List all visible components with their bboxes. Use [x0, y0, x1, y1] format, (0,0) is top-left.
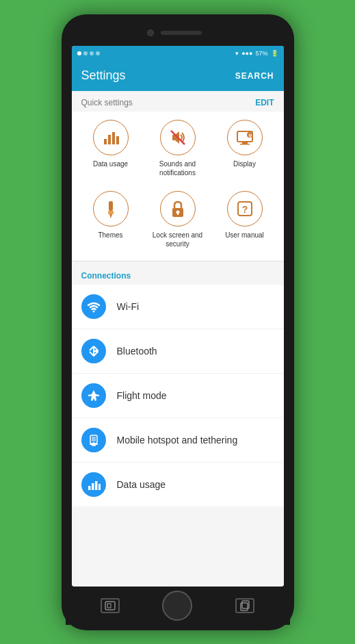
quick-settings-grid: Data usage Sounds andnotificati — [72, 112, 284, 261]
svg-rect-3 — [116, 136, 119, 144]
user-manual-icon-circle: ? — [227, 191, 263, 227]
svg-rect-2 — [112, 132, 115, 144]
svg-rect-28 — [107, 604, 111, 608]
wifi-icon-circle — [81, 294, 106, 319]
front-camera — [147, 29, 154, 36]
svg-rect-8 — [240, 144, 250, 145]
hotspot-label: Mobile hotspot and tethering — [117, 435, 238, 446]
svg-rect-11 — [109, 201, 113, 211]
edit-button[interactable]: EDIT — [255, 98, 274, 107]
dot4 — [96, 51, 100, 55]
themes-label: Themes — [98, 231, 122, 240]
data-usage-list-item[interactable]: Data usage — [72, 463, 284, 506]
data-usage-label: Data usage — [93, 159, 128, 168]
svg-rect-16 — [177, 212, 179, 215]
svg-rect-7 — [242, 142, 248, 144]
paint-brush-icon — [101, 199, 120, 218]
signal-bars: ●●● — [241, 50, 252, 57]
bluetooth-icon-circle — [81, 339, 106, 363]
wifi-icon — [87, 300, 101, 313]
lock-screen-label: Lock screen andsecurity — [153, 231, 202, 248]
display-icon-circle: ⚙ — [227, 120, 263, 155]
svg-rect-1 — [108, 135, 111, 144]
quick-settings-section: Quick settings EDIT — [72, 91, 284, 261]
svg-rect-21 — [92, 437, 96, 441]
quick-item-themes[interactable]: Themes — [79, 185, 143, 254]
data-usage-list-label: Data usage — [117, 479, 166, 490]
speaker-grill — [161, 31, 202, 35]
wifi-label: Wi-Fi — [117, 301, 140, 312]
home-button[interactable] — [162, 591, 192, 621]
status-icons: ▾ ●●● 57% 🔋 — [235, 50, 278, 57]
dot3 — [90, 51, 94, 55]
status-dots — [77, 51, 100, 55]
page-title: Settings — [81, 68, 126, 83]
quick-item-data-usage[interactable]: Data usage — [79, 114, 143, 183]
data-usage-list-icon — [87, 478, 101, 491]
recent-icon — [240, 600, 250, 611]
battery-percentage: 57% — [255, 50, 267, 57]
bluetooth-icon — [87, 344, 101, 358]
themes-icon-circle — [93, 191, 129, 227]
quick-item-display[interactable]: ⚙ Display — [213, 114, 277, 183]
display-label: Display — [233, 159, 256, 168]
back-icon — [105, 601, 116, 610]
svg-point-19 — [92, 310, 94, 312]
lock-screen-icon-circle — [160, 191, 196, 227]
battery-icon: 🔋 — [271, 50, 278, 57]
svg-rect-12 — [108, 211, 114, 214]
wifi-item[interactable]: Wi-Fi — [72, 285, 284, 329]
flight-mode-icon-circle — [81, 383, 106, 408]
svg-rect-27 — [105, 602, 115, 610]
sounds-label: Sounds andnotifications — [159, 159, 196, 177]
svg-rect-23 — [88, 486, 91, 490]
connections-section: Connections Wi-Fi — [72, 261, 284, 506]
header-bar: Settings SEARCH — [72, 61, 284, 91]
back-button[interactable] — [101, 598, 120, 613]
bluetooth-label: Bluetooth — [117, 346, 157, 357]
airplane-icon — [87, 389, 101, 402]
sounds-icon-circle — [160, 120, 196, 155]
flight-mode-label: Flight mode — [117, 390, 167, 401]
quick-settings-header: Quick settings EDIT — [72, 91, 284, 112]
phone-device: ▾ ●●● 57% 🔋 Settings SEARCH Quick settin… — [62, 14, 294, 630]
svg-marker-13 — [109, 214, 112, 218]
hotspot-item[interactable]: Mobile hotspot and tethering — [72, 418, 284, 463]
connections-list: Wi-Fi Bluetooth — [72, 285, 284, 506]
display-icon: ⚙ — [235, 128, 254, 147]
recent-button[interactable] — [235, 598, 254, 613]
flight-mode-item[interactable]: Flight mode — [72, 374, 284, 418]
quick-item-user-manual[interactable]: ? User manual — [213, 185, 277, 254]
hotspot-icon-circle — [81, 428, 106, 452]
search-button[interactable]: SEARCH — [235, 71, 274, 81]
dot1 — [77, 51, 81, 55]
data-usage-icon-circle — [93, 120, 129, 155]
status-bar: ▾ ●●● 57% 🔋 — [72, 46, 284, 61]
bar-chart-icon — [101, 128, 120, 147]
question-icon: ? — [235, 199, 254, 218]
quick-item-sounds[interactable]: Sounds andnotifications — [146, 114, 210, 183]
hotspot-icon — [87, 433, 101, 447]
svg-rect-0 — [104, 139, 107, 144]
phone-bottom-bar — [66, 587, 290, 625]
wifi-status-icon: ▾ — [235, 50, 239, 57]
svg-rect-24 — [92, 483, 94, 490]
lock-icon — [168, 199, 187, 218]
dot2 — [83, 51, 88, 55]
phone-screen: ▾ ●●● 57% 🔋 Settings SEARCH Quick settin… — [72, 46, 284, 587]
data-usage-list-icon-circle — [81, 472, 106, 497]
quick-item-lock-screen[interactable]: Lock screen andsecurity — [146, 185, 210, 254]
svg-text:?: ? — [241, 204, 248, 215]
user-manual-label: User manual — [225, 231, 264, 240]
speaker-icon — [168, 128, 187, 147]
connections-header: Connections — [72, 261, 284, 285]
quick-settings-label: Quick settings — [81, 98, 133, 107]
bluetooth-item[interactable]: Bluetooth — [72, 329, 284, 374]
svg-rect-25 — [95, 481, 98, 490]
svg-rect-26 — [98, 484, 101, 490]
settings-content: Quick settings EDIT — [72, 91, 284, 587]
phone-top-bar — [66, 20, 290, 46]
